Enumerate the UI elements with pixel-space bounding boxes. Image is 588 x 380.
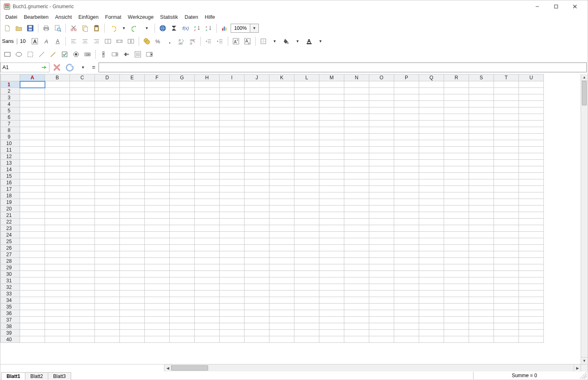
cell-A24[interactable] <box>20 232 45 238</box>
cell-N22[interactable] <box>344 219 369 225</box>
cell-F1[interactable] <box>145 81 170 88</box>
cell-H31[interactable] <box>195 277 220 284</box>
cell-N10[interactable] <box>344 140 369 147</box>
cell-D28[interactable] <box>95 258 120 264</box>
cell-O13[interactable] <box>369 160 394 166</box>
cell-B17[interactable] <box>45 186 70 192</box>
cell-N25[interactable] <box>344 238 369 245</box>
cell-A1[interactable] <box>20 81 45 88</box>
cell-Q8[interactable] <box>419 127 444 134</box>
cell-U31[interactable] <box>519 277 544 284</box>
cell-H14[interactable] <box>195 166 220 173</box>
cell-L26[interactable] <box>294 245 319 251</box>
cell-F4[interactable] <box>145 101 170 107</box>
cell-P26[interactable] <box>394 245 419 251</box>
cell-P17[interactable] <box>394 186 419 192</box>
cell-B9[interactable] <box>45 134 70 140</box>
cell-N11[interactable] <box>344 147 369 153</box>
cell-B34[interactable] <box>45 297 70 304</box>
cell-B13[interactable] <box>45 160 70 166</box>
cell-U10[interactable] <box>519 140 544 147</box>
cell-P23[interactable] <box>394 225 419 232</box>
cell-P34[interactable] <box>394 297 419 304</box>
cell-U4[interactable] <box>519 101 544 107</box>
cell-B33[interactable] <box>45 291 70 297</box>
row-header-33[interactable]: 33 <box>1 291 20 297</box>
cell-M8[interactable] <box>319 127 344 134</box>
cell-H36[interactable] <box>195 310 220 317</box>
cell-Q33[interactable] <box>419 291 444 297</box>
cell-K20[interactable] <box>269 206 294 212</box>
cell-P39[interactable] <box>394 330 419 336</box>
cell-E34[interactable] <box>120 297 145 304</box>
cell-N32[interactable] <box>344 284 369 291</box>
cell-F27[interactable] <box>145 251 170 258</box>
close-button[interactable] <box>566 0 584 13</box>
cell-R32[interactable] <box>444 284 469 291</box>
cell-Q36[interactable] <box>419 310 444 317</box>
row-header-14[interactable]: 14 <box>1 166 20 173</box>
cell-U22[interactable] <box>519 219 544 225</box>
cell-K5[interactable] <box>269 107 294 114</box>
cell-J9[interactable] <box>245 134 269 140</box>
merge-cells-button[interactable] <box>114 36 125 47</box>
cell-J19[interactable] <box>245 199 269 206</box>
increase-indent-button[interactable] <box>215 36 225 47</box>
cell-J1[interactable] <box>245 81 269 88</box>
goto-icon[interactable] <box>41 64 47 71</box>
cell-I7[interactable] <box>220 121 245 127</box>
column-header-Q[interactable]: Q <box>419 74 444 81</box>
cell-J12[interactable] <box>245 153 269 160</box>
cell-J2[interactable] <box>245 88 269 94</box>
cell-E10[interactable] <box>120 140 145 147</box>
cell-E5[interactable] <box>120 107 145 114</box>
split-cells-button[interactable] <box>126 36 136 47</box>
cell-G36[interactable] <box>170 310 195 317</box>
cell-J23[interactable] <box>245 225 269 232</box>
cell-T12[interactable] <box>494 153 519 160</box>
cell-S14[interactable] <box>469 166 494 173</box>
cell-F2[interactable] <box>145 88 170 94</box>
cell-F16[interactable] <box>145 179 170 186</box>
cell-P24[interactable] <box>394 232 419 238</box>
cell-P16[interactable] <box>394 179 419 186</box>
cell-O8[interactable] <box>369 127 394 134</box>
cell-F30[interactable] <box>145 271 170 277</box>
cell-S1[interactable] <box>469 81 494 88</box>
cell-I22[interactable] <box>220 219 245 225</box>
cell-R36[interactable] <box>444 310 469 317</box>
cell-C16[interactable] <box>70 179 95 186</box>
cell-D9[interactable] <box>95 134 120 140</box>
cell-J8[interactable] <box>245 127 269 134</box>
cell-O1[interactable] <box>369 81 394 88</box>
cell-O40[interactable] <box>369 336 394 343</box>
cell-K30[interactable] <box>269 271 294 277</box>
cell-E37[interactable] <box>120 317 145 323</box>
cell-E20[interactable] <box>120 206 145 212</box>
cell-T23[interactable] <box>494 225 519 232</box>
menu-einfügen[interactable]: Einfügen <box>75 13 102 21</box>
cell-D18[interactable] <box>95 192 120 199</box>
cell-E31[interactable] <box>120 277 145 284</box>
cell-P20[interactable] <box>394 206 419 212</box>
cell-L17[interactable] <box>294 186 319 192</box>
cell-A4[interactable] <box>20 101 45 107</box>
cell-S10[interactable] <box>469 140 494 147</box>
cell-F19[interactable] <box>145 199 170 206</box>
cell-T38[interactable] <box>494 323 519 330</box>
cell-A20[interactable] <box>20 206 45 212</box>
row-header-20[interactable]: 20 <box>1 206 20 212</box>
cell-I3[interactable] <box>220 94 245 101</box>
cell-C35[interactable] <box>70 304 95 310</box>
cell-D25[interactable] <box>95 238 120 245</box>
cell-L20[interactable] <box>294 206 319 212</box>
menu-werkzeuge[interactable]: Werkzeuge <box>125 13 157 21</box>
cell-C29[interactable] <box>70 264 95 271</box>
cell-A19[interactable] <box>20 199 45 206</box>
row-header-27[interactable]: 27 <box>1 251 20 258</box>
cell-M5[interactable] <box>319 107 344 114</box>
cell-H37[interactable] <box>195 317 220 323</box>
cell-E29[interactable] <box>120 264 145 271</box>
menu-hilfe[interactable]: Hilfe <box>202 13 218 21</box>
cell-U19[interactable] <box>519 199 544 206</box>
